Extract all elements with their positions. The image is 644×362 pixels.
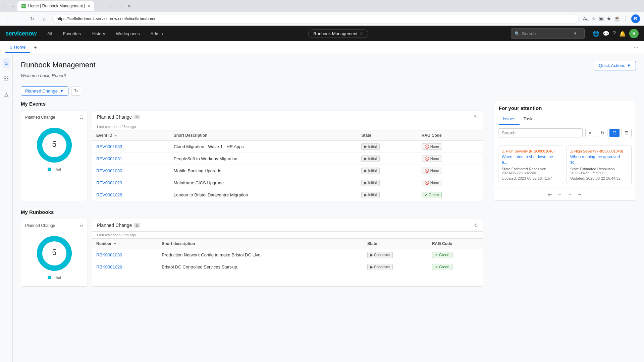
browser-controls: ← → ↻ ⌂ https://icefloltddemo4.service-n… [0,12,644,25]
event-desc: Mainframe CICS Upgrade [170,177,358,189]
user-avatar[interactable]: R [629,29,639,38]
tab-close[interactable]: ✕ [87,4,90,8]
nav-prev-btn[interactable]: ← [555,191,564,198]
legend-label-initial: Initial [52,167,61,171]
forward-button[interactable]: → [16,15,24,23]
filter-dropdown[interactable]: Planned Change ▼ [21,86,68,96]
tab-search-icon[interactable]: ▣ [599,15,604,22]
help-icon[interactable]: ? [613,31,616,37]
issue-title[interactable]: When running the approved sc... [570,155,628,165]
attention-grid-btn[interactable]: ☷ [609,129,620,137]
event-rag: 🚫 None [418,177,483,189]
event-id-link[interactable]: REV0001028 [96,192,122,197]
main-layout: ⌂ ☷ △ Runbook Management Quick Actions ▼… [0,54,644,362]
forward-btn[interactable]: → [10,3,15,9]
runbooks-sort-icon[interactable]: ▼ [113,242,117,246]
event-id-link[interactable]: REV0001031 [96,156,122,161]
bookmark-icon[interactable]: ☆ [591,15,596,22]
refresh-button[interactable]: ↻ [71,86,81,96]
event-id-link[interactable]: REV0001030 [96,168,122,173]
close-btn[interactable]: ✕ [126,3,133,9]
svg-text:5: 5 [52,248,56,257]
issue-severity: △ High Severity (RISO0001046) [502,149,559,153]
chat-icon[interactable]: 💬 [603,31,609,37]
tab-issues[interactable]: Issues [499,114,520,125]
issue-updated: Updated: 2023-08-22 16:44:32 [570,176,628,180]
event-state: ▶ Initial [357,189,417,201]
my-runbooks-title: My Runbooks [21,209,483,215]
top-nav: servicenow All Favorites History Workspa… [0,26,644,41]
events-table-card: Planned Change 5 ↻ Last refreshed 28m ag… [92,111,483,201]
bell-icon[interactable]: 🔔 [619,31,626,37]
right-panel: For your attention Issues Tasks ✕ ↻ ☷ ☰ [488,101,636,295]
event-desc: Cloud Migration - Wave 1 - HR Apps [170,141,358,153]
event-id-link[interactable]: REV0001029 [96,180,122,185]
servicenow-logo: servicenow [5,30,37,37]
nav-favorites[interactable]: Favorites [60,30,84,38]
runbooks-table-header-row: Number ▼ Short description State RAG Cod… [92,239,483,249]
event-state: ▶ Initial [357,177,417,189]
attention-search-clear-btn[interactable]: ✕ [585,129,595,137]
quick-actions-label: Quick Actions [599,63,625,68]
runbook-id-link[interactable]: RBK0001029 [96,264,122,269]
attention-search-input[interactable] [498,128,583,137]
active-tab[interactable]: SN Home | Runbook Management | ✕ [17,1,94,11]
table-row: REV0001030 Mobile Banking Upgrade ▶ Init… [92,165,483,177]
col-rag-rb: RAG Code [428,239,483,249]
main-column: My Events Planned Change ☷ [21,101,488,295]
globe-icon[interactable]: 🌐 [593,31,599,37]
nav-admin[interactable]: Admin [148,30,166,38]
app-title-pill[interactable]: Runbook Management ☆ [308,29,368,38]
attention-refresh-btn[interactable]: ↻ [598,129,607,137]
my-events-title: My Events [21,101,483,107]
donut-chart: 5 [34,125,74,165]
runbooks-donut-wrapper: 5 Initial [25,231,84,282]
nav-next-btn[interactable]: → [566,191,574,198]
sidebar-grid-icon[interactable]: ☷ [2,73,11,84]
add-tab-button[interactable]: + [31,43,40,52]
sidebar-home-icon[interactable]: ⌂ [3,58,10,68]
events-donut-title: Planned Change [25,115,55,120]
runbook-rag: ✔ Green [428,261,483,273]
favorites-icon[interactable]: ★ [606,15,611,22]
runbook-id-link[interactable]: RBK0001030 [96,252,122,257]
sidebar-alert-icon[interactable]: △ [2,89,10,100]
home-button[interactable]: ⌂ [40,15,48,23]
table-row: REV0001033 Cloud Migration - Wave 1 - HR… [92,141,483,153]
tab-tasks[interactable]: Tasks [520,114,539,125]
sort-icon[interactable]: ▼ [114,134,117,137]
donut-count: 5 [52,139,56,148]
back-button[interactable]: ← [4,15,12,23]
search-dropdown-button[interactable]: ▼ [571,30,579,37]
nav-all[interactable]: All [45,30,55,38]
nav-first-btn[interactable]: ⇤ [546,191,554,198]
nav-workspaces[interactable]: Workspaces [113,30,142,38]
sidebar: ⌂ ☷ △ [0,54,13,362]
new-tab-button[interactable]: + [96,2,103,10]
profile-avatar[interactable]: R [631,14,640,23]
table-row: REV0001028 London to Bristol Datacentre … [92,189,483,201]
maximize-btn[interactable]: □ [117,3,123,9]
back-btn[interactable]: ← [3,3,7,9]
runbooks-table-refresh[interactable]: ↻ [474,223,478,228]
nav-history[interactable]: History [89,30,108,38]
attention-search-bar: ✕ ↻ ☷ ☰ [494,125,636,141]
nav-last-btn[interactable]: ⇥ [576,191,584,198]
extensions-icon[interactable]: ☕ [614,15,621,22]
col-event-id: Event ID ▼ [92,130,170,141]
search-input[interactable] [522,31,569,36]
reader-icon[interactable]: Aa [583,16,589,21]
attention-list-btn[interactable]: ☰ [622,129,632,137]
quick-actions-button[interactable]: Quick Actions ▼ [594,61,636,70]
event-id-link[interactable]: REV0001033 [96,144,122,149]
more-icon[interactable]: ⋮ [623,15,629,22]
top-search-box: 🔍 ▼ [511,28,585,39]
address-bar[interactable]: https://icefloltddemo4.service-now.com/x… [52,14,579,23]
issue-title[interactable]: When I tried to shutdown the a... [502,155,559,165]
home-tab[interactable]: ⌂ Home [5,42,30,53]
minimize-btn[interactable]: − [108,3,114,9]
events-table-refresh[interactable]: ↻ [474,114,478,120]
more-tabs-button[interactable]: ⋯ [633,44,639,51]
tab-title: Home | Runbook Management | [28,4,85,8]
reload-button[interactable]: ↻ [28,15,36,23]
